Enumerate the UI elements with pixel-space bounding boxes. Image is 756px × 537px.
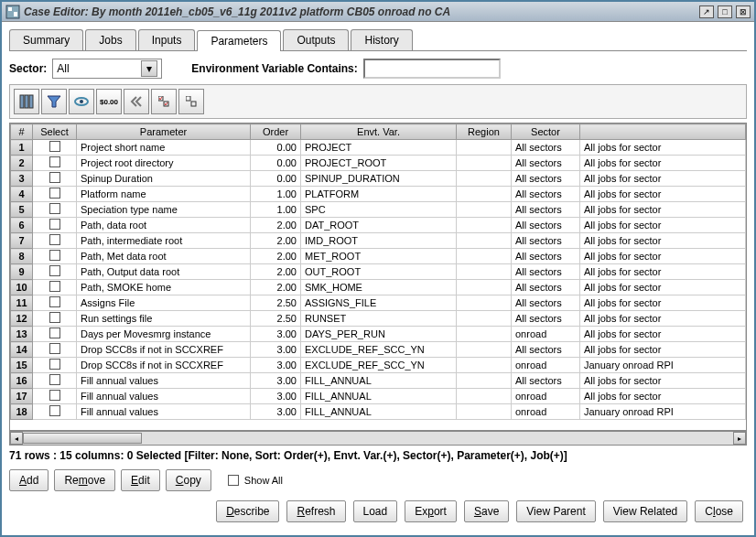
select-cell[interactable] xyxy=(33,202,77,218)
row-checkbox[interactable] xyxy=(49,328,60,338)
tab-parameters[interactable]: Parameters xyxy=(197,30,281,51)
select-cell[interactable] xyxy=(33,404,77,420)
select-cell[interactable] xyxy=(33,187,77,202)
load-button[interactable]: Load xyxy=(353,500,398,522)
table-row[interactable]: 17Fill annual values3.00FILL_ANNUALonroa… xyxy=(11,389,746,404)
scroll-left-icon[interactable]: ◂ xyxy=(10,432,23,445)
select-cell[interactable] xyxy=(33,373,77,389)
table-row[interactable]: 18Fill annual values3.00FILL_ANNUALonroa… xyxy=(11,404,746,420)
order-cell: 3.00 xyxy=(251,342,301,358)
parameters-table[interactable]: #SelectParameterOrderEnvt. Var.RegionSec… xyxy=(9,123,747,431)
tab-summary[interactable]: Summary xyxy=(9,29,83,50)
column-header[interactable]: Order xyxy=(251,124,301,140)
detach-icon[interactable]: ↗ xyxy=(699,5,714,18)
table-row[interactable]: 1Project short name0.00PROJECTAll sector… xyxy=(11,140,746,156)
horizontal-scrollbar[interactable]: ◂ ▸ xyxy=(9,431,747,446)
export-button[interactable]: Export xyxy=(405,500,457,522)
column-header[interactable]: # xyxy=(11,124,33,140)
scroll-right-icon[interactable]: ▸ xyxy=(733,432,746,445)
funnel-icon[interactable] xyxy=(41,89,67,114)
select-cell[interactable] xyxy=(33,249,77,264)
table-row[interactable]: 7Path, intermediate root2.00IMD_ROOTAll … xyxy=(11,233,746,249)
table-row[interactable]: 6Path, data root2.00DAT_ROOTAll sectorsA… xyxy=(11,218,746,233)
row-checkbox[interactable] xyxy=(49,312,60,323)
row-checkbox[interactable] xyxy=(49,234,60,245)
select-cell[interactable] xyxy=(33,358,77,373)
column-header[interactable]: Region xyxy=(457,124,512,140)
row-checkbox[interactable] xyxy=(49,219,60,230)
describe-button[interactable]: Describe xyxy=(216,500,279,522)
column-header[interactable] xyxy=(580,124,746,140)
close-window-icon[interactable]: ⊠ xyxy=(736,5,751,18)
select-cell[interactable] xyxy=(33,327,77,342)
select-cell[interactable] xyxy=(33,295,77,311)
eye-icon[interactable] xyxy=(69,89,94,114)
column-header[interactable]: Envt. Var. xyxy=(301,124,457,140)
save-button[interactable]: Save xyxy=(464,500,509,522)
row-checkbox[interactable] xyxy=(49,250,60,261)
remove-button[interactable]: Remove xyxy=(54,469,115,491)
row-checkbox[interactable] xyxy=(49,265,60,276)
sector-select[interactable]: All ▾ xyxy=(52,59,162,79)
column-header[interactable]: Sector xyxy=(512,124,580,140)
table-row[interactable]: 4Platform name1.00PLATFORMAll sectorsAll… xyxy=(11,187,746,202)
row-checkbox[interactable] xyxy=(49,203,60,214)
row-checkbox[interactable] xyxy=(49,374,60,385)
select-cell[interactable] xyxy=(33,389,77,404)
row-checkbox[interactable] xyxy=(49,281,60,292)
row-checkbox[interactable] xyxy=(49,390,60,401)
row-checkbox[interactable] xyxy=(49,172,60,183)
maximize-icon[interactable]: □ xyxy=(718,5,732,18)
add-button[interactable]: Add xyxy=(9,469,49,491)
select-cell[interactable] xyxy=(33,264,77,280)
view-related-button[interactable]: View Related xyxy=(603,500,688,522)
table-row[interactable]: 8Path, Met data root2.00MET_ROOTAll sect… xyxy=(11,249,746,264)
select-cell[interactable] xyxy=(33,280,77,295)
row-checkbox[interactable] xyxy=(49,156,60,167)
table-row[interactable]: 14Drop SCC8s if not in SCCXREF3.00EXCLUD… xyxy=(11,342,746,358)
tab-jobs[interactable]: Jobs xyxy=(85,29,135,50)
refresh-button[interactable]: Refresh xyxy=(286,500,345,522)
columns-icon[interactable] xyxy=(14,89,39,114)
table-row[interactable]: 11Assigns File2.50ASSIGNS_FILEAll sector… xyxy=(11,295,746,311)
chevron-down-icon[interactable]: ▾ xyxy=(141,60,157,77)
select-cell[interactable] xyxy=(33,156,77,171)
row-checkbox[interactable] xyxy=(49,405,60,416)
table-row[interactable]: 16Fill annual values3.00FILL_ANNUALAll s… xyxy=(11,373,746,389)
row-checkbox[interactable] xyxy=(49,141,60,152)
uncheck-all-icon[interactable] xyxy=(178,89,204,114)
first-icon[interactable] xyxy=(124,89,149,114)
tab-outputs[interactable]: Outputs xyxy=(283,29,349,50)
table-row[interactable]: 3Spinup Duration0.00SPINUP_DURATIONAll s… xyxy=(11,171,746,187)
select-cell[interactable] xyxy=(33,311,77,327)
tab-history[interactable]: History xyxy=(351,29,412,50)
table-row[interactable]: 12Run settings file2.50RUNSETAll sectors… xyxy=(11,311,746,327)
close-button[interactable]: Close xyxy=(695,500,743,522)
select-cell[interactable] xyxy=(33,140,77,156)
format-icon[interactable]: $0.00 xyxy=(96,89,122,114)
table-row[interactable]: 9Path, Output data root2.00OUT_ROOTAll s… xyxy=(11,264,746,280)
table-row[interactable]: 2Project root directory0.00PROJECT_ROOTA… xyxy=(11,156,746,171)
table-row[interactable]: 15Drop SCC8s if not in SCCXREF3.00EXCLUD… xyxy=(11,358,746,373)
column-header[interactable]: Select xyxy=(33,124,77,140)
table-row[interactable]: 10Path, SMOKE home2.00SMK_HOMEAll sector… xyxy=(11,280,746,295)
scroll-thumb[interactable] xyxy=(23,433,142,444)
copy-button[interactable]: Copy xyxy=(166,469,211,491)
show-all-checkbox[interactable] xyxy=(228,475,239,486)
env-contains-input[interactable] xyxy=(363,59,501,79)
row-checkbox[interactable] xyxy=(49,296,60,307)
edit-button[interactable]: Edit xyxy=(121,469,160,491)
select-cell[interactable] xyxy=(33,233,77,249)
row-checkbox[interactable] xyxy=(49,188,60,199)
select-cell[interactable] xyxy=(33,218,77,233)
table-row[interactable]: 13Days per Movesmrg instance3.00DAYS_PER… xyxy=(11,327,746,342)
view-parent-button[interactable]: View Parent xyxy=(516,500,595,522)
row-checkbox[interactable] xyxy=(49,343,60,354)
column-header[interactable]: Parameter xyxy=(77,124,251,140)
row-checkbox[interactable] xyxy=(49,359,60,370)
tab-inputs[interactable]: Inputs xyxy=(138,29,196,50)
select-cell[interactable] xyxy=(33,171,77,187)
check-all-icon[interactable] xyxy=(151,89,177,114)
table-row[interactable]: 5Speciation type name1.00SPCAll sectorsA… xyxy=(11,202,746,218)
select-cell[interactable] xyxy=(33,342,77,358)
